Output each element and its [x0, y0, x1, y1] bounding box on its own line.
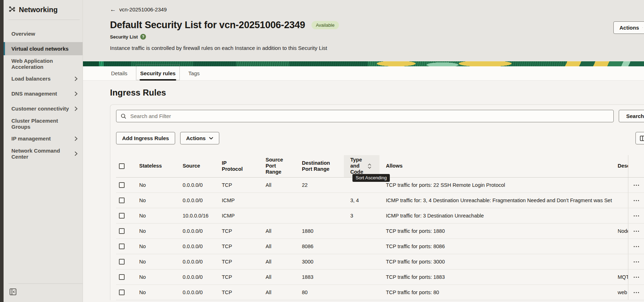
cell-source: 0.0.0.0/0: [176, 239, 215, 254]
column-header-actions: [628, 155, 644, 177]
row-checkbox[interactable]: [119, 182, 125, 188]
tab-tags[interactable]: Tags: [188, 66, 200, 80]
row-checkbox-cell: [116, 254, 133, 269]
row-checkbox-cell: [116, 193, 133, 208]
cell-src-port: All: [259, 177, 295, 193]
column-header-stateless[interactable]: Stateless: [133, 155, 176, 177]
table-row: No0.0.0.0/0TCPAll8086TCP traffic for por…: [116, 239, 644, 254]
column-header-source-port-range[interactable]: Source Port Range: [259, 155, 295, 177]
column-header-source[interactable]: Source: [176, 155, 215, 177]
tab-security-rules[interactable]: Security rules: [140, 66, 176, 80]
table-actions-button[interactable]: Actions: [180, 132, 219, 144]
sidebar-item-web-application-acceleration[interactable]: Web Application Acceleration: [4, 57, 83, 70]
cell-allows: TCP traffic for ports: 22 SSH Remote Log…: [379, 177, 617, 193]
row-checkbox[interactable]: [119, 244, 125, 249]
row-menu-button[interactable]: [632, 274, 641, 281]
row-checkbox[interactable]: [119, 290, 125, 295]
sidebar-item-network-command-center[interactable]: Network Command Center: [4, 147, 83, 160]
cell-allows: ICMP traffic for: 3, 4 Destination Unrea…: [379, 193, 617, 208]
row-menu-button[interactable]: [632, 213, 641, 219]
row-checkbox[interactable]: [119, 259, 125, 265]
search-button[interactable]: Search: [619, 110, 644, 122]
cell-source: 0.0.0.0/0: [176, 177, 215, 193]
cell-stateless: No: [133, 223, 176, 239]
cell-allows: TCP traffic for ports: 80: [379, 285, 617, 300]
cell-protocol: TCP: [215, 285, 259, 300]
back-link[interactable]: ← vcn-20251006-2349: [110, 6, 167, 12]
table-row: No0.0.0.0/0TCPAll1880TCP traffic for por…: [116, 223, 644, 239]
column-header-description[interactable]: Description: [617, 155, 628, 177]
row-checkbox[interactable]: [119, 228, 125, 234]
cell-stateless: No: [133, 254, 176, 269]
sidebar-item-dns-management[interactable]: DNS management: [4, 87, 83, 100]
sidebar-item-label: Network Command Center: [11, 148, 74, 160]
row-menu-button[interactable]: [632, 228, 641, 235]
tab-label: Tags: [188, 70, 200, 76]
cell-description: [617, 254, 628, 269]
help-icon[interactable]: ?: [140, 34, 146, 40]
info-text: Instance traffic is controlled by firewa…: [110, 45, 644, 51]
row-menu-button[interactable]: [632, 182, 641, 189]
cell-description: [617, 239, 628, 254]
cell-protocol: TCP: [215, 177, 259, 193]
cell-allows: TCP traffic for ports: 1883: [379, 269, 617, 285]
row-actions-cell: [628, 269, 644, 285]
cell-stateless: No: [133, 208, 176, 223]
cell-stateless: No: [133, 193, 176, 208]
cell-description: [617, 193, 628, 208]
cell-description: [617, 208, 628, 223]
page-title: Default Security List for vcn-20251006-2…: [110, 20, 305, 31]
sidebar-item-load-balancers[interactable]: Load balancers: [4, 72, 83, 85]
row-checkbox[interactable]: [119, 198, 125, 203]
chevron-right-icon: [74, 76, 78, 81]
column-header-ip-protocol[interactable]: IP Protocol: [215, 155, 259, 177]
select-all-cell: [116, 155, 133, 177]
left-edge-strip: [0, 0, 4, 302]
row-checkbox-cell: [116, 285, 133, 300]
sidebar-item-overview[interactable]: Overview: [4, 27, 83, 40]
row-menu-button[interactable]: [632, 259, 641, 265]
page-header: ← vcn-20251006-2349 Default Security Lis…: [83, 0, 644, 61]
search-input[interactable]: [130, 113, 609, 119]
sidebar-item-label: IP management: [11, 135, 74, 142]
chevron-right-icon: [74, 91, 78, 96]
row-menu-button[interactable]: [632, 197, 641, 204]
search-icon: [121, 113, 126, 119]
row-checkbox[interactable]: [119, 213, 125, 219]
cell-dst-port: 1883: [295, 269, 344, 285]
chevron-right-icon: [74, 106, 78, 111]
column-header-allows[interactable]: Allows: [379, 155, 617, 177]
row-actions-cell: [628, 254, 644, 269]
cell-stateless: No: [133, 177, 176, 193]
cell-protocol: ICMP: [215, 193, 259, 208]
back-link-label: vcn-20251006-2349: [119, 6, 167, 12]
sidebar-item-virtual-cloud-networks[interactable]: Virtual cloud networks: [4, 42, 83, 55]
sidebar-item-ip-management[interactable]: IP management: [4, 132, 83, 145]
cell-allows: TCP traffic for ports: 3000: [379, 254, 617, 269]
cell-source: 0.0.0.0/0: [176, 193, 215, 208]
collapse-sidebar-button[interactable]: [9, 288, 16, 296]
cell-stateless: No: [133, 269, 176, 285]
tab-bar: DetailsSecurity rulesTags: [83, 66, 644, 81]
select-all-checkbox[interactable]: [119, 163, 125, 169]
sidebar-footer-divider: [9, 283, 83, 284]
column-header-destination-port-range[interactable]: Destination Port Range: [295, 155, 344, 177]
row-checkbox-cell: [116, 208, 133, 223]
decorative-banner: [83, 61, 644, 66]
back-arrow-icon: ←: [110, 6, 116, 12]
column-picker-button[interactable]: [635, 132, 644, 144]
row-checkbox-cell: [116, 223, 133, 239]
add-ingress-rules-button[interactable]: Add Ingress Rules: [116, 132, 175, 144]
header-actions-button[interactable]: Actions: [613, 21, 644, 34]
row-actions-cell: [628, 177, 644, 193]
row-menu-button[interactable]: [632, 289, 641, 296]
row-checkbox[interactable]: [119, 274, 125, 280]
sidebar-item-customer-connectivity[interactable]: Customer connectivity: [4, 102, 83, 115]
sidebar-item-label: Overview: [11, 31, 78, 37]
sidebar-item-cluster-placement-groups[interactable]: Cluster Placement Groups: [4, 117, 83, 130]
cell-description: Node: [617, 223, 628, 239]
sidebar-item-label: Virtual cloud networks: [11, 46, 78, 52]
row-menu-button[interactable]: [632, 243, 641, 250]
cell-stateless: No: [133, 285, 176, 300]
tab-details[interactable]: Details: [111, 66, 127, 80]
